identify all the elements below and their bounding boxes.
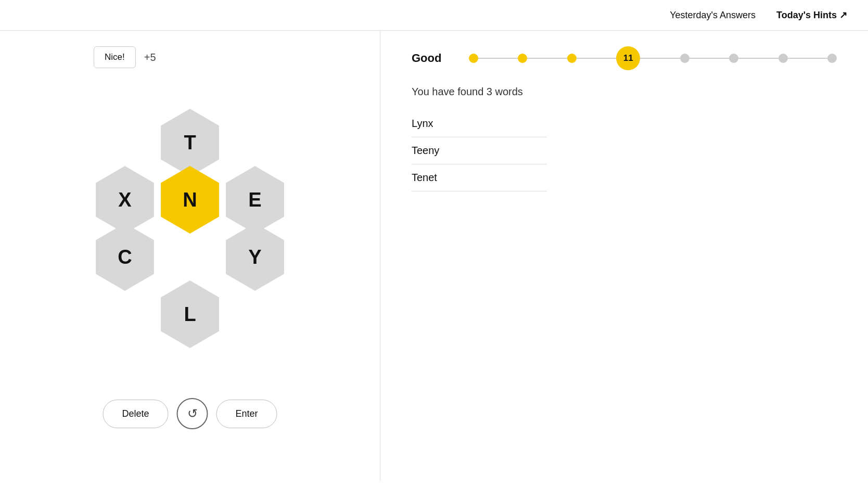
button-row: Delete ↺ Enter bbox=[103, 398, 277, 429]
hex-L[interactable]: L bbox=[156, 280, 224, 348]
hex-L-wrapper: L bbox=[156, 280, 224, 348]
progress-bar-container: Good 11 bbox=[412, 46, 837, 70]
progress-line-4 bbox=[640, 58, 680, 59]
progress-dots: 11 bbox=[469, 46, 837, 70]
progress-label: Good bbox=[412, 52, 453, 65]
hex-C-wrapper: C bbox=[91, 223, 159, 291]
progress-dot-active: 11 bbox=[616, 46, 640, 70]
progress-line-6 bbox=[738, 58, 778, 59]
progress-line-3 bbox=[577, 58, 616, 59]
progress-line-1 bbox=[478, 58, 518, 59]
word-entry-teeny: Teeny bbox=[412, 137, 547, 164]
hex-letter-Y: Y bbox=[248, 247, 261, 267]
toast-points: +5 bbox=[144, 52, 156, 63]
word-list: Lynx Teeny Tenet bbox=[412, 110, 837, 191]
hex-letter-C: C bbox=[118, 247, 132, 267]
hex-Y[interactable]: Y bbox=[221, 223, 289, 291]
header: Yesterday's Answers Today's Hints bbox=[0, 0, 868, 31]
progress-dot-6 bbox=[729, 54, 738, 63]
toast-area: Nice! +5 bbox=[94, 46, 156, 68]
progress-dot-5 bbox=[680, 54, 690, 63]
enter-button[interactable]: Enter bbox=[216, 400, 277, 428]
progress-dot-8 bbox=[827, 54, 837, 63]
hex-letter-T: T bbox=[184, 133, 196, 152]
progress-score: 11 bbox=[623, 53, 633, 63]
hex-C[interactable]: C bbox=[91, 223, 159, 291]
yesterday-answers-link[interactable]: Yesterday's Answers bbox=[670, 10, 756, 21]
shuffle-button[interactable]: ↺ bbox=[177, 398, 208, 429]
hex-letter-N: N bbox=[183, 190, 197, 210]
hex-N-wrapper: N bbox=[156, 166, 224, 234]
honeycomb: T X E N bbox=[81, 109, 299, 338]
progress-dot-7 bbox=[778, 54, 788, 63]
today-hints-link[interactable]: Today's Hints bbox=[776, 9, 847, 21]
hex-N[interactable]: N bbox=[156, 166, 224, 234]
toast-box: Nice! bbox=[94, 46, 136, 68]
hex-Y-wrapper: Y bbox=[221, 223, 289, 291]
main-content: Nice! +5 T X E bbox=[0, 31, 868, 481]
progress-line-5 bbox=[690, 58, 729, 59]
hex-letter-E: E bbox=[248, 190, 261, 210]
words-found-label: You have found 3 words bbox=[412, 86, 837, 98]
hex-letter-L: L bbox=[184, 304, 196, 324]
progress-dot-1 bbox=[469, 54, 478, 63]
delete-button[interactable]: Delete bbox=[103, 400, 168, 428]
left-panel: Nice! +5 T X E bbox=[0, 31, 380, 481]
right-panel: Good 11 bbox=[380, 31, 868, 481]
shuffle-icon: ↺ bbox=[187, 406, 198, 421]
word-entry-lynx: Lynx bbox=[412, 110, 547, 137]
hex-letter-X: X bbox=[118, 190, 131, 210]
progress-line-2 bbox=[527, 58, 567, 59]
progress-dot-3 bbox=[567, 54, 577, 63]
word-entry-tenet: Tenet bbox=[412, 164, 547, 191]
progress-line-7 bbox=[788, 58, 827, 59]
progress-dot-2 bbox=[518, 54, 527, 63]
